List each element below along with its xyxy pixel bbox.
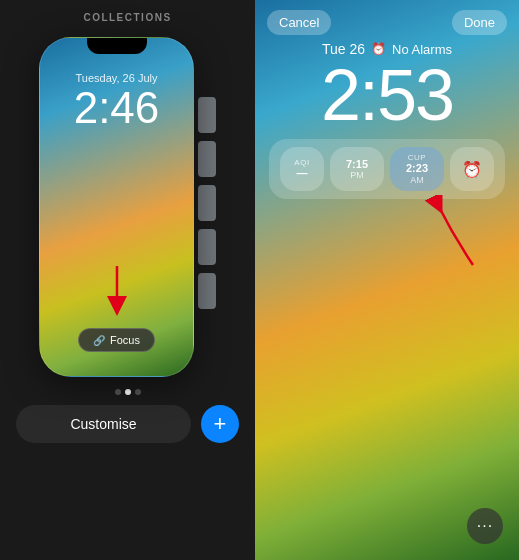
- alarm-widget-icon: ⏰: [462, 160, 482, 179]
- left-panel: COLLECTIONS Tuesday, 26 July 2:46: [0, 0, 255, 560]
- cancel-button[interactable]: Cancel: [267, 10, 331, 35]
- widgets-container: AQI — 7:15 PM CUP 2:23 AM ⏰: [269, 139, 505, 199]
- right-arrow-icon: [423, 195, 483, 275]
- focus-badge[interactable]: 🔗 Focus: [78, 328, 155, 352]
- arrow-down-icon: [105, 266, 129, 316]
- side-card-5[interactable]: [198, 273, 216, 309]
- add-wallpaper-button[interactable]: +: [201, 405, 239, 443]
- time-widget-value: 7:15: [346, 158, 368, 170]
- cup-sub: AM: [410, 175, 424, 185]
- dot-1: [115, 389, 121, 395]
- cup-label: CUP: [408, 153, 426, 162]
- customise-button[interactable]: Customise: [16, 405, 191, 443]
- phone-bottom: 🔗 Focus: [40, 328, 193, 376]
- widget-time[interactable]: 7:15 PM: [330, 147, 384, 191]
- side-card-3[interactable]: [198, 185, 216, 221]
- right-panel: Cancel Done Tue 26 ⏰ No Alarms 2:53 AQI …: [255, 0, 519, 560]
- right-header: Cancel Done: [255, 0, 519, 41]
- time-widget-sub: PM: [350, 170, 364, 180]
- ls-time: 2:53: [265, 59, 509, 131]
- phone-time: 2:46: [40, 86, 193, 130]
- done-button[interactable]: Done: [452, 10, 507, 35]
- phone-notch: [87, 38, 147, 54]
- cup-value: 2:23: [406, 162, 428, 174]
- three-dots-button[interactable]: ···: [467, 508, 503, 544]
- alarm-icon: ⏰: [371, 42, 386, 56]
- aqi-value: —: [297, 167, 308, 179]
- phone-card[interactable]: Tuesday, 26 July 2:46 🔗: [39, 37, 194, 377]
- side-card-2[interactable]: [198, 141, 216, 177]
- collections-label: COLLECTIONS: [83, 12, 171, 23]
- focus-label: Focus: [110, 334, 140, 346]
- dot-3: [135, 389, 141, 395]
- page-dots: [115, 389, 141, 395]
- arrow-annotation: [423, 195, 483, 279]
- widgets-row: AQI — 7:15 PM CUP 2:23 AM ⏰: [279, 147, 495, 191]
- side-card-4[interactable]: [198, 229, 216, 265]
- lockscreen-content: Tue 26 ⏰ No Alarms 2:53 AQI — 7:15 PM: [255, 41, 519, 199]
- side-card-1[interactable]: [198, 97, 216, 133]
- focus-icon: 🔗: [93, 335, 105, 346]
- widget-cup[interactable]: CUP 2:23 AM: [390, 147, 444, 191]
- aqi-label: AQI: [294, 158, 309, 167]
- widget-aqi[interactable]: AQI —: [280, 147, 324, 191]
- dot-2: [125, 389, 131, 395]
- widget-alarm[interactable]: ⏰: [450, 147, 494, 191]
